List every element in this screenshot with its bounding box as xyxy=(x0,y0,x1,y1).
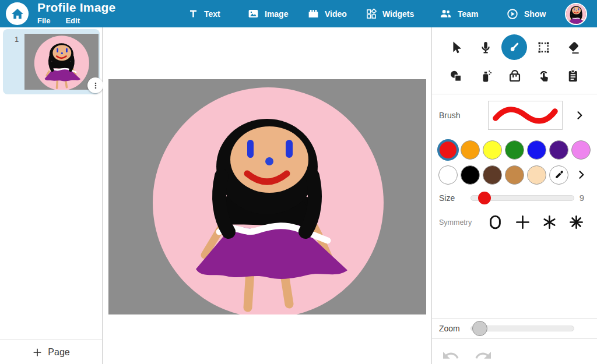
gesture-icon xyxy=(536,68,552,84)
page-thumbnail-item[interactable]: 1 xyxy=(3,29,100,94)
color-swatch-purple[interactable] xyxy=(549,140,568,160)
shapes-tool-button[interactable] xyxy=(441,63,470,89)
zoom-slider[interactable] xyxy=(470,326,574,331)
pages-sidebar: 1 Page xyxy=(0,27,103,364)
plus-icon xyxy=(32,347,43,358)
chevron-right-icon xyxy=(575,169,587,181)
widgets-icon xyxy=(366,8,377,20)
artwork-drawing xyxy=(108,79,426,314)
nav-video[interactable]: Video xyxy=(307,0,347,27)
video-icon xyxy=(307,8,319,20)
zoom-section: Zoom xyxy=(432,319,597,338)
undo-button[interactable] xyxy=(441,347,460,364)
chevron-right-icon xyxy=(574,109,585,121)
page-title: Profile Image xyxy=(37,1,115,15)
symmetry-6way-icon xyxy=(542,214,557,230)
color-swatch-tan[interactable] xyxy=(505,165,524,185)
symmetry-section: Symmetry xyxy=(432,207,597,236)
color-swatch-yellow[interactable] xyxy=(483,140,502,160)
symmetry-8way-button[interactable] xyxy=(563,214,590,230)
tools-panel: Brush xyxy=(431,27,597,364)
eyedropper-icon xyxy=(553,169,564,181)
menu-edit[interactable]: Edit xyxy=(65,16,80,25)
page-number: 1 xyxy=(15,35,19,44)
redo-icon xyxy=(474,347,493,362)
image-icon xyxy=(247,8,259,20)
color-swatch-white[interactable] xyxy=(438,165,458,185)
color-swatch-brown[interactable] xyxy=(483,165,502,185)
color-swatch-violet[interactable] xyxy=(571,140,591,160)
clipboard-icon xyxy=(565,68,581,84)
add-page-button[interactable]: Page xyxy=(0,340,102,364)
eraser-tool-button[interactable] xyxy=(559,34,588,60)
page-thumbnail xyxy=(24,34,99,90)
spray-tool-button[interactable] xyxy=(470,63,500,89)
symmetry-none-icon xyxy=(487,214,503,230)
add-page-label: Page xyxy=(48,347,69,358)
symmetry-2way-icon xyxy=(515,214,531,230)
brush-preview[interactable] xyxy=(488,101,563,130)
nav-widgets[interactable]: Widgets xyxy=(366,0,414,27)
gesture-tool-button[interactable] xyxy=(529,63,559,89)
three-dots-icon xyxy=(91,81,100,90)
fill-tool-button[interactable] xyxy=(500,63,529,89)
home-button[interactable] xyxy=(6,2,29,25)
brush-tool-button[interactable] xyxy=(500,34,529,60)
cursor-icon xyxy=(448,40,464,55)
size-section: Size 9 xyxy=(432,187,597,207)
color-swatch-orange[interactable] xyxy=(461,140,480,160)
marquee-tool-button[interactable] xyxy=(529,34,559,60)
brush-icon xyxy=(507,40,522,55)
symmetry-none-button[interactable] xyxy=(482,214,509,230)
user-avatar[interactable] xyxy=(565,3,587,25)
page-options-button[interactable] xyxy=(87,77,103,93)
spray-can-icon xyxy=(477,68,493,84)
menu-file[interactable]: File xyxy=(37,16,50,25)
brush-stroke-preview xyxy=(490,103,560,128)
nav-text[interactable]: Text xyxy=(188,0,220,27)
size-slider[interactable] xyxy=(470,195,574,201)
more-colors-button[interactable] xyxy=(575,169,587,181)
color-swatch-peach[interactable] xyxy=(527,165,546,185)
symmetry-8way-icon xyxy=(568,214,584,230)
color-palette xyxy=(432,136,597,187)
select-tool-button[interactable] xyxy=(441,34,470,60)
zoom-slider-thumb[interactable] xyxy=(472,321,487,336)
brush-label: Brush xyxy=(439,111,473,120)
eyedropper-button[interactable] xyxy=(549,165,568,185)
marquee-icon xyxy=(536,40,552,55)
team-icon xyxy=(439,7,452,20)
paint-bucket-icon xyxy=(507,68,522,84)
brush-options-button[interactable] xyxy=(574,109,585,121)
size-slider-thumb[interactable] xyxy=(478,192,491,204)
zoom-label: Zoom xyxy=(439,324,470,333)
symmetry-label: Symmetry xyxy=(439,218,482,227)
color-swatch-blue[interactable] xyxy=(527,140,546,160)
home-icon xyxy=(10,6,25,22)
canvas-area xyxy=(103,27,431,364)
nav-team[interactable]: Team xyxy=(439,0,479,27)
symmetry-2way-button[interactable] xyxy=(509,214,536,230)
redo-button[interactable] xyxy=(474,347,493,364)
eraser-icon xyxy=(565,40,581,55)
color-swatch-green[interactable] xyxy=(505,140,524,160)
text-icon xyxy=(188,8,199,19)
play-circle-icon xyxy=(506,8,519,20)
menu-bar: File Edit xyxy=(37,16,80,25)
size-label: Size xyxy=(439,193,470,203)
nav-show[interactable]: Show xyxy=(506,0,546,27)
color-swatch-red[interactable] xyxy=(437,139,459,161)
color-swatch-black[interactable] xyxy=(461,165,480,185)
tool-grid xyxy=(432,27,597,94)
record-tool-button[interactable] xyxy=(470,34,500,60)
size-value: 9 xyxy=(580,193,584,203)
history-section xyxy=(432,339,597,364)
brush-section: Brush xyxy=(432,94,597,136)
undo-icon xyxy=(441,347,460,362)
header-bar: Profile Image File Edit Text Image Video xyxy=(0,0,597,27)
paste-tool-button[interactable] xyxy=(559,63,588,89)
nav-image[interactable]: Image xyxy=(247,0,288,27)
shapes-icon xyxy=(448,68,464,84)
drawing-canvas[interactable] xyxy=(108,79,426,314)
symmetry-6way-button[interactable] xyxy=(536,214,563,230)
